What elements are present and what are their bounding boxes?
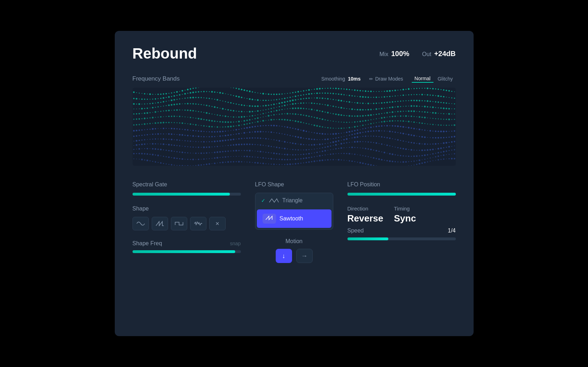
lfo-position-fill — [347, 193, 456, 196]
header: Rebound Mix 100% Out +24dB — [133, 45, 456, 62]
freq-visualizer[interactable] — [133, 88, 456, 166]
shape-freq-fill — [133, 250, 236, 253]
lfo-shape-section: LFO Shape ✓ Triangle — [255, 181, 333, 263]
speed-value: 1/4 — [448, 228, 455, 234]
direction-item: Direction Reverse — [347, 206, 383, 224]
motion-down-button[interactable]: ↓ — [276, 249, 292, 263]
mix-value: 100% — [391, 50, 409, 58]
freq-controls: Smoothing 10ms ✏ Draw Modes Normal Glitc… — [321, 75, 455, 83]
speed-row: Speed 1/4 — [347, 228, 456, 234]
lfo-triangle-label: Triangle — [282, 197, 303, 204]
lfo-option-sawtooth[interactable]: Sawtooth — [257, 209, 331, 228]
motion-title: Motion — [255, 238, 333, 245]
lfo-sawtooth-label: Sawtooth — [280, 215, 303, 222]
out-control: Out +24dB — [422, 50, 455, 58]
lfo-option-triangle[interactable]: ✓ Triangle — [255, 193, 333, 208]
smoothing-value: 10ms — [348, 76, 361, 82]
shape-saw-button[interactable] — [152, 217, 168, 230]
lfo-position-title: LFO Position — [347, 181, 456, 188]
sawtooth-icon-bg — [263, 214, 276, 224]
shape-sine-button[interactable] — [133, 217, 149, 230]
mix-label: Mix — [379, 51, 388, 57]
direction-timing-row: Direction Reverse Timing Sync — [347, 206, 456, 224]
freq-bands-title: Frequency Bands — [133, 75, 180, 82]
shape-buttons: ✕ — [133, 217, 241, 230]
shape-title: Shape — [133, 206, 241, 212]
speed-fill — [347, 237, 389, 240]
shape-noise-button[interactable] — [190, 217, 206, 230]
spectral-gate-title: Spectral Gate — [133, 181, 241, 188]
shape-square-button[interactable] — [171, 217, 187, 230]
lfo-position-slider[interactable] — [347, 193, 456, 196]
pencil-icon: ✏ — [369, 76, 373, 82]
out-value: +24dB — [434, 50, 456, 58]
triangle-wave-icon — [269, 197, 279, 204]
freq-canvas — [133, 88, 456, 166]
sawtooth-wave-icon — [265, 215, 273, 221]
motion-right-button[interactable]: → — [296, 249, 313, 263]
controls-row: Spectral Gate Shape — [133, 181, 456, 263]
speed-label: Speed — [347, 228, 364, 234]
mode-glitchy-button[interactable]: Glitchy — [435, 75, 456, 83]
direction-value[interactable]: Reverse — [347, 213, 383, 224]
mode-buttons: Normal Glitchy — [412, 75, 456, 83]
lfo-shape-title: LFO Shape — [255, 181, 333, 188]
draw-modes: ✏ Draw Modes — [369, 76, 403, 82]
spectral-gate-slider[interactable] — [133, 193, 241, 196]
app-title: Rebound — [133, 45, 197, 62]
out-label: Out — [422, 51, 431, 57]
shape-freq-snap: snap — [230, 241, 241, 246]
timing-label: Timing — [394, 206, 416, 212]
mode-normal-button[interactable]: Normal — [412, 75, 433, 83]
lfo-dropdown-list: ✓ Triangle Sawtooth — [255, 193, 333, 230]
shape-freq-row: Shape Freq snap — [133, 240, 241, 247]
plugin-window: Rebound Mix 100% Out +24dB Frequency Ban… — [115, 31, 474, 336]
timing-value[interactable]: Sync — [394, 213, 416, 224]
shape-freq-slider[interactable] — [133, 250, 241, 253]
direction-label: Direction — [347, 206, 383, 212]
left-controls: Spectral Gate Shape — [133, 181, 241, 263]
smoothing-label: Smoothing — [321, 76, 345, 82]
lfo-check-icon: ✓ — [261, 198, 265, 203]
lfo-position-section: LFO Position Direction Reverse Timing Sy… — [347, 181, 456, 250]
speed-slider[interactable] — [347, 237, 456, 240]
lfo-dropdown: ✓ Triangle Sawtooth — [255, 193, 333, 230]
draw-modes-label: Draw Modes — [375, 76, 403, 82]
shape-freq-label: Shape Freq — [133, 240, 162, 247]
smoothing-control: Smoothing 10ms — [321, 76, 361, 82]
timing-item: Timing Sync — [394, 206, 416, 224]
mix-control: Mix 100% — [379, 50, 409, 58]
spectral-gate-fill — [133, 193, 230, 196]
motion-buttons: ↓ → — [255, 249, 333, 263]
shape-off-button[interactable]: ✕ — [209, 217, 226, 230]
freq-bands-header: Frequency Bands Smoothing 10ms ✏ Draw Mo… — [133, 75, 456, 83]
header-controls: Mix 100% Out +24dB — [379, 50, 455, 58]
